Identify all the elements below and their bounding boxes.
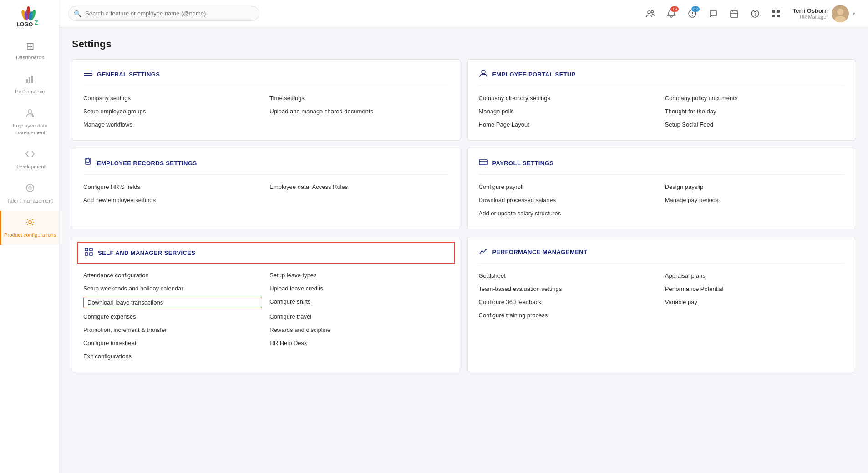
avatar bbox=[832, 5, 849, 22]
link-employee-access-rules[interactable]: Employee data: Access Rules bbox=[269, 182, 448, 192]
card-title-portal: EMPLOYEE PORTAL SETUP bbox=[492, 71, 576, 78]
dashboards-icon: ⊞ bbox=[26, 41, 34, 52]
sidebar-item-development[interactable]: Development bbox=[0, 142, 59, 177]
link-performance-potential[interactable]: Performance Potential bbox=[665, 284, 844, 294]
link-upload-leave-credits[interactable]: Upload leave credits bbox=[269, 284, 448, 293]
svg-point-19 bbox=[29, 221, 31, 224]
sidebar-item-product-configurations[interactable]: Product configurations bbox=[0, 211, 59, 245]
link-weekends-holiday[interactable]: Setup weekends and holiday calendar bbox=[83, 284, 262, 293]
link-time-settings[interactable]: Time settings bbox=[269, 93, 448, 103]
payroll-icon bbox=[479, 158, 488, 169]
link-configure-shifts[interactable]: Configure shifts bbox=[269, 297, 448, 308]
link-configure-travel[interactable]: Configure travel bbox=[269, 312, 448, 321]
alerts-badge: 02 bbox=[691, 6, 700, 12]
svg-rect-7 bbox=[26, 79, 28, 83]
notifications-badge: 19 bbox=[670, 6, 679, 12]
card-employee-records: EMPLOYEE RECORDS SETTINGS Configure HRIS… bbox=[72, 148, 460, 229]
link-setup-leave-types[interactable]: Setup leave types bbox=[269, 270, 448, 280]
link-promotion-transfer[interactable]: Promotion, increment & transfer bbox=[83, 325, 262, 335]
link-appraisal-plans[interactable]: Appraisal plans bbox=[665, 271, 844, 280]
link-attendance-config[interactable]: Attendance configuration bbox=[83, 270, 262, 280]
svg-text:LOGO: LOGO bbox=[16, 21, 33, 27]
svg-rect-8 bbox=[29, 77, 30, 83]
svg-rect-49 bbox=[90, 253, 92, 255]
link-team-eval[interactable]: Team-based evaluation settings bbox=[479, 284, 658, 294]
card-links-self-manager: Attendance configuration Setup leave typ… bbox=[83, 270, 449, 361]
users-icon-btn[interactable] bbox=[642, 5, 659, 22]
card-links-portal: Company directory settings Company polic… bbox=[479, 93, 844, 129]
user-name: Terri Osborn bbox=[792, 7, 828, 14]
sidebar-item-talent[interactable]: Talent management bbox=[0, 177, 59, 211]
general-settings-icon bbox=[83, 69, 92, 80]
svg-point-21 bbox=[651, 10, 654, 13]
link-add-employee-settings[interactable]: Add new employee settings bbox=[83, 195, 262, 205]
svg-point-11 bbox=[31, 113, 33, 115]
svg-point-42 bbox=[86, 159, 90, 163]
link-manage-workflows[interactable]: Manage workflows bbox=[83, 120, 262, 129]
svg-rect-38 bbox=[84, 71, 92, 71]
svg-point-14 bbox=[29, 187, 31, 189]
svg-rect-48 bbox=[85, 253, 88, 255]
development-icon bbox=[25, 149, 35, 162]
link-configure-payroll[interactable]: Configure payroll bbox=[479, 182, 658, 192]
link-thought-day[interactable]: Thought for the day bbox=[665, 107, 844, 116]
link-configure-hris[interactable]: Configure HRIS fields bbox=[83, 182, 262, 192]
link-360-feedback[interactable]: Configure 360 feedback bbox=[479, 297, 658, 307]
link-homepage-layout[interactable]: Home Page Layout bbox=[479, 120, 658, 129]
link-manage-pay-periods[interactable]: Manage pay periods bbox=[665, 195, 844, 205]
alerts-icon-btn[interactable]: 02 bbox=[684, 5, 700, 22]
sidebar-item-performance[interactable]: Performance bbox=[0, 67, 59, 102]
card-header-self-manager: SELF AND MANAGER SERVICES bbox=[77, 242, 455, 264]
link-exit-configurations[interactable]: Exit configurations bbox=[83, 351, 262, 361]
svg-rect-44 bbox=[479, 160, 487, 165]
link-social-feed[interactable]: Setup Social Feed bbox=[665, 120, 844, 129]
link-company-directory[interactable]: Company directory settings bbox=[479, 93, 658, 103]
svg-rect-34 bbox=[777, 15, 780, 17]
search-icon: 🔍 bbox=[74, 10, 81, 17]
svg-rect-40 bbox=[84, 75, 92, 76]
chat-icon-btn[interactable] bbox=[705, 5, 721, 22]
link-hr-helpdesk[interactable]: HR Help Desk bbox=[269, 338, 448, 348]
main-container: 🔍 19 02 bbox=[59, 0, 868, 473]
link-setup-employee-groups[interactable]: Setup employee groups bbox=[83, 107, 262, 116]
svg-point-24 bbox=[692, 15, 693, 16]
link-upload-docs[interactable]: Upload and manage shared documents bbox=[269, 107, 448, 116]
link-download-leave-transactions[interactable]: Download leave transactions bbox=[83, 297, 262, 308]
card-links-performance: Goalsheet Appraisal plans Team-based eva… bbox=[479, 271, 844, 320]
sidebar-item-label: Performance bbox=[15, 88, 45, 95]
card-performance-mgmt: PERFORMANCE MANAGEMENT Goalsheet Apprais… bbox=[467, 237, 856, 372]
svg-point-41 bbox=[482, 70, 485, 74]
link-manage-polls[interactable]: Manage polls bbox=[479, 107, 658, 116]
link-design-payslip[interactable]: Design payslip bbox=[665, 182, 844, 192]
sidebar-item-label: Talent management bbox=[7, 198, 53, 204]
link-configure-timesheet[interactable]: Configure timesheet bbox=[83, 338, 262, 348]
sidebar-item-employee-data[interactable]: Employee data management bbox=[0, 102, 59, 142]
svg-rect-47 bbox=[90, 248, 92, 251]
link-variable-pay[interactable]: Variable pay bbox=[665, 297, 844, 307]
page-title: Settings bbox=[72, 38, 855, 50]
search-box: 🔍 bbox=[68, 6, 259, 21]
link-rewards-discipline[interactable]: Rewards and discipline bbox=[269, 325, 448, 335]
link-company-settings[interactable]: Company settings bbox=[83, 93, 262, 103]
link-training-process[interactable]: Configure training process bbox=[479, 310, 658, 320]
sidebar-item-label: Employee data management bbox=[4, 122, 56, 136]
link-goalsheet[interactable]: Goalsheet bbox=[479, 271, 658, 280]
card-title-performance: PERFORMANCE MANAGEMENT bbox=[492, 249, 588, 255]
card-general-settings: GENERAL SETTINGS Company settings Time s… bbox=[72, 59, 460, 141]
search-input[interactable] bbox=[68, 6, 259, 21]
card-title-general: GENERAL SETTINGS bbox=[97, 71, 160, 78]
employee-portal-icon bbox=[479, 69, 488, 80]
link-company-policy[interactable]: Company policy documents bbox=[665, 93, 844, 103]
card-title-self-manager: SELF AND MANAGER SERVICES bbox=[98, 249, 195, 256]
help-icon-btn[interactable] bbox=[747, 5, 763, 22]
calendar-icon-btn[interactable] bbox=[726, 5, 742, 22]
link-configure-expenses[interactable]: Configure expenses bbox=[83, 312, 262, 321]
link-download-salaries[interactable]: Download processed salaries bbox=[479, 195, 658, 205]
link-salary-structures[interactable]: Add or update salary structures bbox=[479, 209, 658, 218]
notifications-icon-btn[interactable]: 19 bbox=[663, 5, 680, 22]
sidebar-item-label: Dashboards bbox=[16, 54, 44, 61]
svg-text:Z: Z bbox=[35, 19, 38, 25]
user-section[interactable]: Terri Osborn HR Manager ▾ bbox=[789, 3, 859, 24]
apps-icon-btn[interactable] bbox=[768, 5, 784, 22]
sidebar-item-dashboards[interactable]: ⊞ Dashboards bbox=[0, 34, 59, 67]
